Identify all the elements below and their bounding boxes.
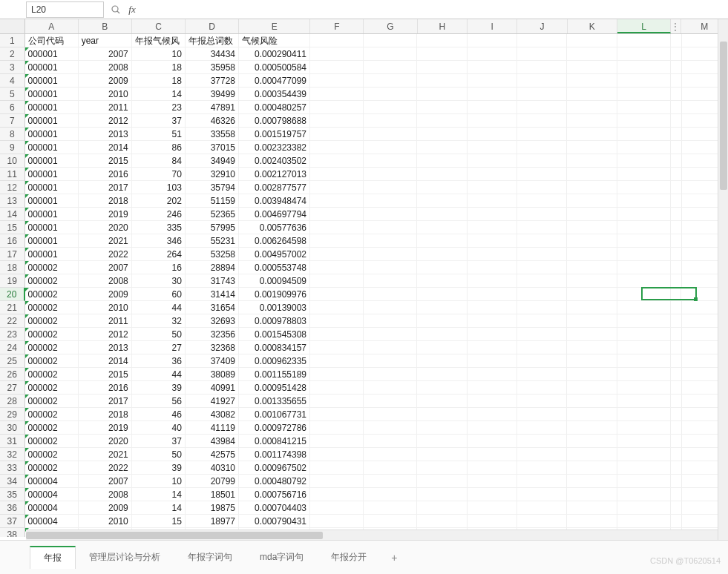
cell-L37[interactable] bbox=[617, 515, 671, 528]
cell-J20[interactable] bbox=[517, 288, 567, 301]
cell-J1[interactable] bbox=[517, 34, 567, 47]
cell-⋮5[interactable] bbox=[671, 88, 682, 101]
cell-A11[interactable]: 000001 bbox=[25, 168, 79, 181]
cell-G35[interactable] bbox=[364, 488, 417, 501]
cell-B36[interactable]: 2009 bbox=[79, 501, 132, 515]
cell-F21[interactable] bbox=[310, 301, 364, 314]
cell-A22[interactable]: 000002 bbox=[25, 314, 79, 328]
cell-K16[interactable] bbox=[567, 234, 617, 248]
column-header-L[interactable]: L bbox=[617, 19, 671, 33]
cell-B22[interactable]: 2011 bbox=[79, 314, 132, 328]
cell-⋮6[interactable] bbox=[671, 101, 682, 114]
cell-K20[interactable] bbox=[567, 288, 617, 301]
cell-I8[interactable] bbox=[468, 128, 517, 141]
cell-A2[interactable]: 000001 bbox=[25, 47, 79, 61]
cell-D35[interactable]: 18501 bbox=[186, 488, 239, 501]
cell-⋮24[interactable] bbox=[671, 341, 682, 354]
cell-G34[interactable] bbox=[364, 475, 417, 488]
cell-C13[interactable]: 202 bbox=[132, 194, 186, 208]
cell-B1[interactable]: year bbox=[79, 34, 132, 47]
cell-A30[interactable]: 000002 bbox=[25, 421, 79, 435]
cell-I9[interactable] bbox=[468, 141, 517, 154]
cell-A7[interactable]: 000001 bbox=[25, 114, 79, 128]
row-header-14[interactable]: 14 bbox=[0, 208, 25, 221]
cell-K35[interactable] bbox=[567, 488, 617, 501]
row-header-2[interactable]: 2 bbox=[0, 47, 25, 61]
cell-I5[interactable] bbox=[468, 88, 517, 101]
cell-L35[interactable] bbox=[617, 488, 671, 501]
cell-G1[interactable] bbox=[364, 34, 417, 47]
cell-J23[interactable] bbox=[517, 328, 567, 341]
cell-B37[interactable]: 2010 bbox=[79, 515, 132, 528]
row-header-22[interactable]: 22 bbox=[0, 314, 25, 328]
cell-L4[interactable] bbox=[617, 74, 671, 88]
cell-L14[interactable] bbox=[617, 208, 671, 221]
cell-B9[interactable]: 2014 bbox=[79, 141, 132, 154]
cell-A29[interactable]: 000002 bbox=[25, 408, 79, 421]
cell-L1[interactable] bbox=[617, 34, 671, 47]
cell-E7[interactable]: 0.000798688 bbox=[239, 114, 310, 128]
row-header-15[interactable]: 15 bbox=[0, 221, 25, 234]
cell-J17[interactable] bbox=[517, 248, 567, 261]
cell-J32[interactable] bbox=[517, 448, 567, 461]
cell-G20[interactable] bbox=[364, 288, 417, 301]
cell-J15[interactable] bbox=[517, 221, 567, 234]
cell-D34[interactable]: 20799 bbox=[186, 475, 239, 488]
cell-G24[interactable] bbox=[364, 341, 417, 354]
cell-B25[interactable]: 2014 bbox=[79, 354, 132, 368]
cell-L5[interactable] bbox=[617, 88, 671, 101]
cell-K26[interactable] bbox=[567, 368, 617, 381]
cell-D21[interactable]: 31654 bbox=[186, 301, 239, 314]
cell-A37[interactable]: 000004 bbox=[25, 515, 79, 528]
cell-D11[interactable]: 32910 bbox=[186, 168, 239, 181]
cell-A28[interactable]: 000002 bbox=[25, 395, 79, 408]
cell-G17[interactable] bbox=[364, 248, 417, 261]
cell-⋮22[interactable] bbox=[671, 314, 682, 328]
cell-A21[interactable]: 000002 bbox=[25, 301, 79, 314]
cell-H28[interactable] bbox=[417, 395, 467, 408]
cell-H4[interactable] bbox=[417, 74, 467, 88]
cell-B28[interactable]: 2017 bbox=[79, 395, 132, 408]
cell-⋮28[interactable] bbox=[671, 395, 682, 408]
cell-C34[interactable]: 10 bbox=[132, 475, 186, 488]
horizontal-scroll-thumb[interactable] bbox=[26, 532, 323, 539]
row-header-28[interactable]: 28 bbox=[0, 395, 25, 408]
cell-D2[interactable]: 34434 bbox=[186, 47, 239, 61]
cell-H25[interactable] bbox=[417, 354, 467, 368]
cell-G32[interactable] bbox=[364, 448, 417, 461]
cell-⋮9[interactable] bbox=[671, 141, 682, 154]
cell-C22[interactable]: 32 bbox=[132, 314, 186, 328]
cell-F15[interactable] bbox=[310, 221, 364, 234]
cell-L22[interactable] bbox=[617, 314, 671, 328]
cell-H31[interactable] bbox=[417, 435, 467, 448]
cell-G29[interactable] bbox=[364, 408, 417, 421]
cell-J5[interactable] bbox=[517, 88, 567, 101]
cell-L28[interactable] bbox=[617, 395, 671, 408]
cell-⋮30[interactable] bbox=[671, 421, 682, 435]
cell-H21[interactable] bbox=[417, 301, 467, 314]
cell-E28[interactable]: 0.001335655 bbox=[239, 395, 310, 408]
cell-G18[interactable] bbox=[364, 261, 417, 274]
cell-E1[interactable]: 气候风险 bbox=[239, 34, 310, 47]
cell-B8[interactable]: 2013 bbox=[79, 128, 132, 141]
cell-C2[interactable]: 10 bbox=[132, 47, 186, 61]
cell-H19[interactable] bbox=[417, 274, 467, 288]
cell-A23[interactable]: 000002 bbox=[25, 328, 79, 341]
cell-E12[interactable]: 0.002877577 bbox=[239, 181, 310, 194]
cell-⋮35[interactable] bbox=[671, 488, 682, 501]
row-header-20[interactable]: 20 bbox=[0, 288, 25, 301]
cell-G27[interactable] bbox=[364, 381, 417, 395]
cell-J4[interactable] bbox=[517, 74, 567, 88]
column-header-H[interactable]: H bbox=[418, 19, 468, 33]
row-header-23[interactable]: 23 bbox=[0, 328, 25, 341]
cell-G25[interactable] bbox=[364, 354, 417, 368]
cell-F13[interactable] bbox=[310, 194, 364, 208]
cell-I27[interactable] bbox=[468, 381, 517, 395]
cell-J28[interactable] bbox=[517, 395, 567, 408]
cell-E20[interactable]: 0.001909976 bbox=[239, 288, 310, 301]
cell-⋮7[interactable] bbox=[671, 114, 682, 128]
cell-F32[interactable] bbox=[310, 448, 364, 461]
cell-H9[interactable] bbox=[417, 141, 467, 154]
cell-D10[interactable]: 34949 bbox=[186, 154, 239, 168]
cell-B3[interactable]: 2008 bbox=[79, 61, 132, 74]
